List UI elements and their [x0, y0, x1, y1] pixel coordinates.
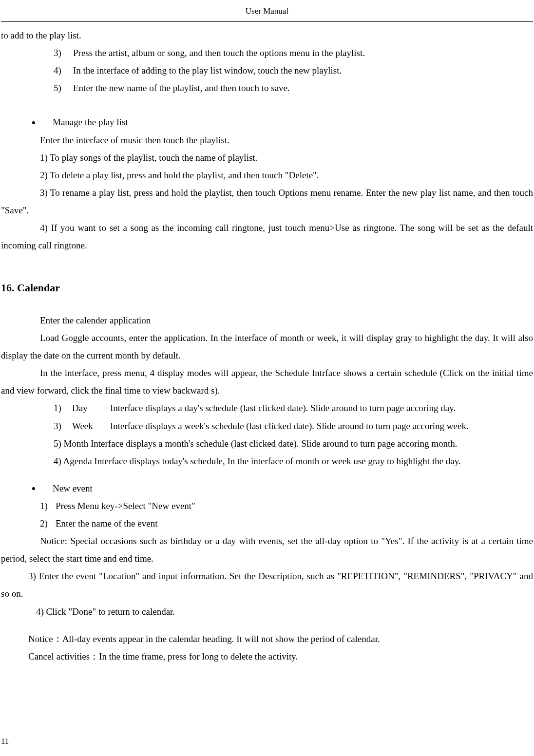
bullet-icon — [32, 487, 35, 490]
notice-cancel: Cancel activities：In the time frame, pre… — [1, 648, 533, 665]
add-playlist-steps: 3)Press the artist, album or song, and t… — [1, 44, 533, 97]
bullet-new-event: New event — [1, 480, 533, 497]
display-modes-list: 1) Day Interface displays a day's schedu… — [1, 399, 533, 435]
page-number: 11 — [1, 734, 9, 749]
step-number: 5) — [54, 79, 73, 97]
list-item: 1) To play songs of the playlist, touch … — [1, 149, 533, 167]
bullet-label: Manage the play list — [53, 113, 128, 131]
section-heading-calendar: 16. Calendar — [1, 278, 533, 298]
mode-name: Day — [72, 399, 110, 417]
bullet-manage-playlist: Manage the play list — [1, 113, 533, 131]
step-number: 3) — [54, 44, 73, 62]
list-item: 3) To rename a play list, press and hold… — [1, 184, 533, 219]
step-text: Press the artist, album or song, and the… — [73, 44, 365, 62]
step-text: Enter the new name of the playlist, and … — [73, 79, 290, 97]
notice-allday: Notice：All-day events appear in the cale… — [1, 630, 533, 648]
step-number: 4) — [54, 62, 73, 79]
notice-paragraph: Notice: Special occasions such as birthd… — [1, 532, 533, 567]
list-item: 4) If you want to set a song as the inco… — [1, 219, 533, 254]
step-text: In the interface of adding to the play l… — [73, 62, 342, 79]
mode-agenda: 4) Agenda Interface displays today's sch… — [1, 453, 533, 470]
mode-number: 3) — [54, 417, 72, 435]
paragraph: In the interface, press menu, 4 display … — [1, 364, 533, 399]
mode-name: Week — [72, 417, 110, 435]
header-rule — [1, 21, 533, 22]
bullet-label: New event — [53, 480, 93, 497]
fragment-continuation: to add to the play list. — [1, 27, 533, 44]
step-number: 2) — [40, 515, 56, 532]
paragraph: Enter the interface of music then touch … — [1, 132, 533, 149]
paragraph: Enter the calender application — [1, 312, 533, 329]
step-3: 3) Enter the event "Location" and input … — [1, 567, 533, 603]
new-event-steps: 1)Press Menu key->Select "New event" 2)E… — [1, 497, 533, 532]
bullet-icon — [32, 121, 35, 124]
mode-month: 5) Month Interface displays a month's sc… — [1, 435, 533, 453]
paragraph: Load Goggle accounts, enter the applicat… — [1, 329, 533, 364]
list-item: 2) To delete a play list, press and hold… — [1, 167, 533, 184]
step-number: 1) — [40, 497, 56, 515]
running-header: User Manual — [1, 6, 533, 19]
step-text: Press Menu key->Select "New event" — [56, 497, 195, 515]
mode-number: 1) — [54, 399, 72, 417]
mode-desc: Interface displays a day's schedule (las… — [110, 399, 533, 417]
step-text: Enter the name of the event — [56, 515, 157, 532]
step-4: 4) Click "Done" to return to calendar. — [1, 603, 533, 621]
mode-desc: Interface displays a week's schedule (la… — [110, 417, 533, 435]
